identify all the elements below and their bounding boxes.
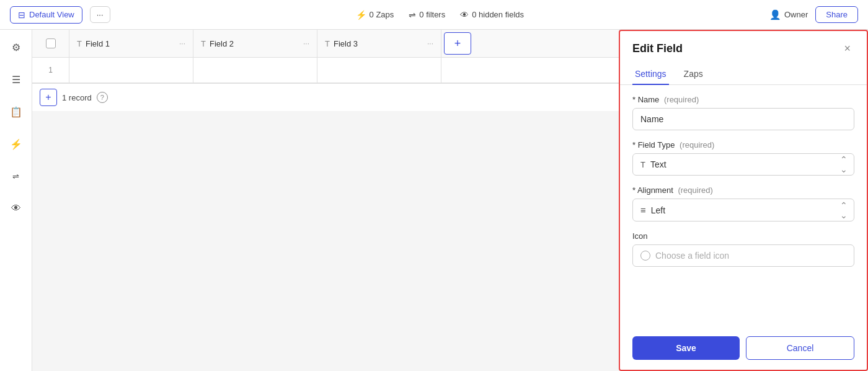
close-icon: × bbox=[844, 42, 851, 55]
icon-label: Icon bbox=[632, 231, 854, 241]
tab-zaps-label: Zaps bbox=[684, 69, 703, 79]
add-column-button[interactable]: + bbox=[444, 32, 471, 55]
column-header-field2[interactable]: T Field 2 ··· bbox=[193, 30, 317, 57]
column-header-field3[interactable]: T Field 3 ··· bbox=[317, 30, 441, 57]
add-record-button[interactable]: + bbox=[40, 89, 57, 106]
name-label-text: * Name bbox=[632, 95, 659, 104]
table-footer: + 1 record ? bbox=[32, 83, 619, 111]
hidden-fields-button[interactable]: 👁 0 hidden fields bbox=[460, 10, 524, 20]
panel-footer: Save Cancel bbox=[620, 329, 867, 370]
user-icon: 👤 bbox=[769, 9, 781, 20]
top-bar-right: 👤 Owner Share bbox=[769, 6, 858, 23]
left-sidebar: ⚙ ☰ 📋 ⚡ ⇌ 👁 bbox=[0, 30, 32, 371]
field-type-label-text: * Field Type bbox=[632, 140, 675, 150]
name-input[interactable] bbox=[632, 108, 854, 130]
field2-label: Field 2 bbox=[210, 39, 234, 48]
field-type-select[interactable]: T Text ⌃⌄ bbox=[632, 153, 854, 176]
filters-label: 0 filters bbox=[419, 10, 445, 19]
default-view-button[interactable]: ⊟ Default View bbox=[10, 6, 82, 24]
panel-tabs: Settings Zaps bbox=[620, 64, 867, 85]
field2-more-icon[interactable]: ··· bbox=[303, 39, 309, 48]
zaps-label: 0 Zaps bbox=[370, 10, 394, 19]
owner-button[interactable]: 👤 Owner bbox=[769, 9, 808, 20]
table-icon: ⊟ bbox=[18, 10, 25, 20]
table-header: T Field 1 ··· T Field 2 ··· T Field 3 bbox=[32, 30, 619, 58]
save-button[interactable]: Save bbox=[632, 336, 740, 360]
table-row: 1 bbox=[32, 58, 619, 83]
icon-circle-placeholder bbox=[640, 251, 650, 261]
panel-body: * Name (required) * Field Type (required… bbox=[620, 85, 867, 329]
icon-input-wrapper[interactable]: Choose a field icon bbox=[632, 244, 854, 267]
edit-field-panel: Edit Field × Settings Zaps * Name (requi… bbox=[619, 30, 868, 371]
more-button[interactable]: ··· bbox=[90, 6, 110, 23]
icon-label-text: Icon bbox=[632, 231, 648, 241]
zaps-button[interactable]: ⚡ 0 Zaps bbox=[356, 10, 394, 20]
name-label: * Name (required) bbox=[632, 95, 854, 104]
col-header-left-field3: T Field 3 bbox=[325, 39, 358, 48]
sidebar-zap-icon[interactable]: ⚡ bbox=[6, 134, 26, 154]
field3-type-icon: T bbox=[325, 39, 330, 48]
tab-settings-label: Settings bbox=[635, 69, 666, 79]
alignment-select-wrapper: ≡ Left ⌃⌄ bbox=[632, 199, 854, 221]
field-type-type-icon: T bbox=[640, 160, 645, 169]
alignment-section: * Alignment (required) ≡ Left ⌃⌄ bbox=[632, 186, 854, 221]
panel-title: Edit Field bbox=[632, 42, 683, 55]
field-type-required-text: (required) bbox=[680, 140, 714, 150]
tab-zaps[interactable]: Zaps bbox=[681, 64, 706, 85]
alignment-label: * Alignment (required) bbox=[632, 186, 854, 195]
field-type-label: * Field Type (required) bbox=[632, 140, 854, 150]
cancel-button[interactable]: Cancel bbox=[746, 336, 854, 360]
field-type-chevron-icon: ⌃⌄ bbox=[840, 154, 848, 174]
alignment-required-text: (required) bbox=[678, 186, 712, 195]
icon-placeholder-text: Choose a field icon bbox=[655, 251, 729, 261]
field-type-select-wrapper: T Text ⌃⌄ bbox=[632, 153, 854, 176]
top-bar-center: ⚡ 0 Zaps ⇌ 0 filters 👁 0 hidden fields bbox=[118, 10, 762, 20]
table-cell-r1c2[interactable] bbox=[193, 58, 317, 83]
col-header-left-field2: T Field 2 bbox=[201, 39, 234, 48]
field1-more-icon[interactable]: ··· bbox=[179, 39, 185, 48]
filters-button[interactable]: ⇌ 0 filters bbox=[409, 10, 445, 20]
tab-settings[interactable]: Settings bbox=[632, 64, 669, 85]
alignment-value: Left bbox=[651, 205, 665, 215]
main-content: ⚙ ☰ 📋 ⚡ ⇌ 👁 T Field 1 ··· bbox=[0, 30, 868, 371]
sidebar-settings-icon[interactable]: ⚙ bbox=[6, 37, 26, 57]
field-type-section: * Field Type (required) T Text ⌃⌄ bbox=[632, 140, 854, 176]
field3-more-icon[interactable]: ··· bbox=[427, 39, 433, 48]
table-area: T Field 1 ··· T Field 2 ··· T Field 3 bbox=[32, 30, 619, 371]
cancel-label: Cancel bbox=[787, 343, 814, 353]
owner-label: Owner bbox=[784, 10, 808, 19]
icon-section: Icon Choose a field icon bbox=[632, 231, 854, 267]
hidden-fields-label: 0 hidden fields bbox=[472, 10, 524, 19]
record-count: 1 record bbox=[62, 93, 92, 102]
alignment-select[interactable]: ≡ Left ⌃⌄ bbox=[632, 199, 854, 221]
sidebar-eye-icon[interactable]: 👁 bbox=[6, 199, 26, 218]
zap-icon: ⚡ bbox=[356, 10, 366, 20]
field3-label: Field 3 bbox=[334, 39, 358, 48]
alignment-icon: ≡ bbox=[640, 205, 646, 215]
row-number: 1 bbox=[32, 58, 69, 83]
top-bar: ⊟ Default View ··· ⚡ 0 Zaps ⇌ 0 filters … bbox=[0, 0, 868, 30]
alignment-chevron-icon: ⌃⌄ bbox=[840, 200, 848, 220]
eye-icon: 👁 bbox=[460, 10, 469, 20]
sidebar-filter-icon[interactable]: ⇌ bbox=[6, 166, 26, 186]
sidebar-clipboard-icon[interactable]: 📋 bbox=[6, 102, 26, 122]
filter-icon: ⇌ bbox=[409, 10, 416, 20]
field-type-value: Text bbox=[650, 159, 666, 169]
sidebar-list-icon[interactable]: ☰ bbox=[6, 69, 26, 89]
add-col-icon: + bbox=[454, 37, 461, 50]
alignment-label-text: * Alignment bbox=[632, 186, 673, 195]
panel-header: Edit Field × bbox=[620, 31, 867, 56]
field2-type-icon: T bbox=[201, 39, 206, 48]
select-all-checkbox[interactable] bbox=[46, 38, 56, 48]
help-icon[interactable]: ? bbox=[97, 92, 108, 103]
close-panel-button[interactable]: × bbox=[840, 41, 854, 56]
table-cell-r1c1[interactable] bbox=[69, 58, 193, 83]
table-cell-r1c3[interactable] bbox=[317, 58, 441, 83]
name-section: * Name (required) bbox=[632, 95, 854, 130]
share-button[interactable]: Share bbox=[815, 6, 858, 23]
more-dots: ··· bbox=[97, 10, 104, 19]
col-header-left-field1: T Field 1 bbox=[77, 39, 110, 48]
field1-label: Field 1 bbox=[86, 39, 110, 48]
column-header-field1[interactable]: T Field 1 ··· bbox=[69, 30, 193, 57]
table-wrapper: T Field 1 ··· T Field 2 ··· T Field 3 bbox=[32, 30, 619, 111]
